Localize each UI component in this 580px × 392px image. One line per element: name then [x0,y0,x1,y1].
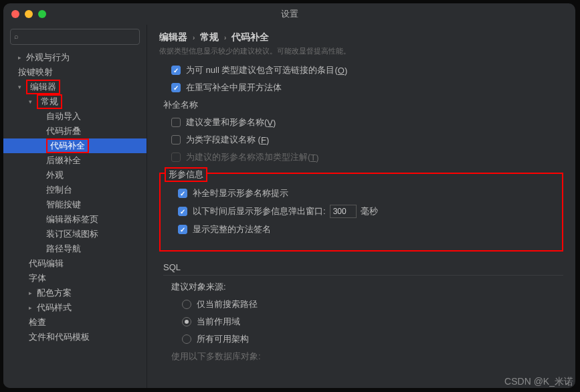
checkbox-icon[interactable] [171,118,181,127]
watermark: CSDN @K_米诺 [504,376,573,388]
sidebar-item-label: 常规 [37,94,62,109]
sidebar-item-label: 后缀补全 [46,155,81,167]
sidebar-item[interactable]: 后缀补全 [3,153,147,168]
sidebar-item[interactable]: 外观 [3,168,147,183]
sidebar-item-label: 配色方案 [37,287,72,299]
sidebar-item[interactable]: 检查 [3,315,147,330]
sidebar-item-label: 按键映射 [18,66,53,78]
option-override-body[interactable]: 在重写补全中展开方法体 [171,82,563,94]
chevron-right-icon [29,304,35,311]
sidebar-item-label: 代码编辑 [29,258,64,270]
sidebar-item-label: 控制台 [46,184,72,196]
search-input[interactable] [10,29,140,45]
chevron-right-icon [29,290,35,296]
sidebar-item-label: 自动导入 [46,110,81,122]
chevron-right-icon [18,54,25,61]
settings-tree: 外观与行为按键映射编辑器常规自动导入代码折叠代码补全后缀补全外观控制台智能按键编… [3,50,147,388]
sidebar-item[interactable]: 自动导入 [3,109,147,124]
sidebar-item-label: 文件和代码模板 [29,331,90,343]
sidebar-item[interactable]: 代码编辑 [3,256,147,271]
checkbox-icon[interactable] [178,207,187,216]
sidebar-item[interactable]: 编辑器 [3,80,147,94]
sidebar-item[interactable]: 代码样式 [3,300,147,315]
checkbox-icon [171,153,181,162]
chevron-right-icon: › [224,34,226,41]
sidebar-item-label: 外观与行为 [26,52,70,64]
sidebar-item[interactable]: 路径导航 [3,241,147,256]
checkbox-icon[interactable] [171,135,181,144]
sql-source-option[interactable]: 所有可用架构 [182,333,563,345]
breadcrumb: 编辑器 › 常规 › 代码补全 [159,31,563,43]
sidebar-item-label: 路径导航 [46,243,81,255]
sidebar-item-label: 代码样式 [37,302,72,314]
hint-text: 依据类型信息显示较少的建议校议。可能改显督提高性能。 [159,46,563,56]
crumb-2: 代码补全 [231,31,269,42]
chevron-right-icon: › [193,34,195,41]
search-icon: ⌕ [14,32,19,40]
param-info-legend: 形参信息 [165,167,207,182]
group-completion-names: 补全名称 [163,99,563,111]
param-info-group: 形参信息 补全时显示形参名称提示 以下时间后显示形参信息弹出窗口: 毫秒 显示完… [159,173,563,252]
titlebar: 设置 [3,3,575,25]
sidebar-item[interactable]: 智能按键 [3,197,147,212]
sql-source-option[interactable]: 当前作用域 [182,316,563,328]
checkbox-icon[interactable] [178,189,187,198]
checkbox-icon[interactable] [171,83,181,92]
sidebar-item[interactable]: 代码折叠 [3,124,147,138]
option-full-signature[interactable]: 显示完整的方法签名 [178,223,557,235]
sidebar-item[interactable]: 代码补全 [3,138,147,153]
maximize-icon[interactable] [38,10,46,18]
radio-icon[interactable] [182,300,191,309]
sidebar-item-label: 编辑器标签页 [46,213,98,225]
popup-delay-input[interactable] [330,205,357,218]
sidebar-item[interactable]: 控制台 [3,183,147,197]
sql-section-title: SQL [163,262,563,276]
sidebar-item[interactable]: 文件和代码模板 [3,330,147,345]
crumb-1[interactable]: 常规 [200,31,219,42]
close-icon[interactable] [11,10,19,18]
option-var-param-names[interactable]: 建议变量和形参名称(V) [171,116,563,128]
sidebar: ⌕ 外观与行为按键映射编辑器常规自动导入代码折叠代码补全后缀补全外观控制台智能按… [3,25,147,388]
sidebar-item[interactable]: 装订区域图标 [3,227,147,241]
option-param-hint-on-complete[interactable]: 补全时显示形参名称提示 [178,187,557,199]
option-nullable[interactable]: 为可 null 类型建议包含可选链接的条目(O) [171,64,563,76]
sidebar-item[interactable]: 按键映射 [3,65,147,80]
sidebar-item[interactable]: 常规 [3,94,147,109]
crumb-0[interactable]: 编辑器 [159,31,187,42]
sidebar-item[interactable]: 配色方案 [3,286,147,300]
option-type-annotation: 为建议的形参名称添加类型注解(T) [171,151,563,163]
option-class-field-names[interactable]: 为类字段建议名称 (F) [171,134,563,146]
minimize-icon[interactable] [25,10,33,18]
checkbox-icon[interactable] [171,66,181,75]
footer-partial: 使用以下多数据库对象: [171,351,563,363]
sidebar-item[interactable]: 编辑器标签页 [3,212,147,227]
sidebar-item-label: 代码补全 [46,138,89,153]
radio-icon[interactable] [182,317,191,326]
sidebar-item-label: 编辑器 [26,80,60,94]
sidebar-item[interactable]: 外观与行为 [3,50,147,65]
sidebar-item-label: 智能按键 [46,199,81,211]
sidebar-item-label: 外观 [46,169,64,181]
sidebar-item[interactable]: 字体 [3,271,147,286]
radio-icon[interactable] [182,334,191,344]
sidebar-item-label: 字体 [29,272,46,284]
sql-source-label: 建议对象来源: [171,281,563,293]
content-pane: 编辑器 › 常规 › 代码补全 依据类型信息显示较少的建议校议。可能改显督提高性… [147,25,575,388]
option-popup-delay[interactable]: 以下时间后显示形参信息弹出窗口: 毫秒 [178,205,557,218]
window-title: 设置 [281,8,298,20]
chevron-down-icon [18,84,25,90]
sidebar-item-label: 代码折叠 [46,125,81,137]
search-box: ⌕ [10,29,140,45]
checkbox-icon[interactable] [178,225,187,234]
sidebar-item-label: 检查 [29,316,46,328]
chevron-down-icon [29,98,35,105]
sidebar-item-label: 装订区域图标 [46,228,98,240]
sql-source-option[interactable]: 仅当前搜索路径 [182,298,563,310]
